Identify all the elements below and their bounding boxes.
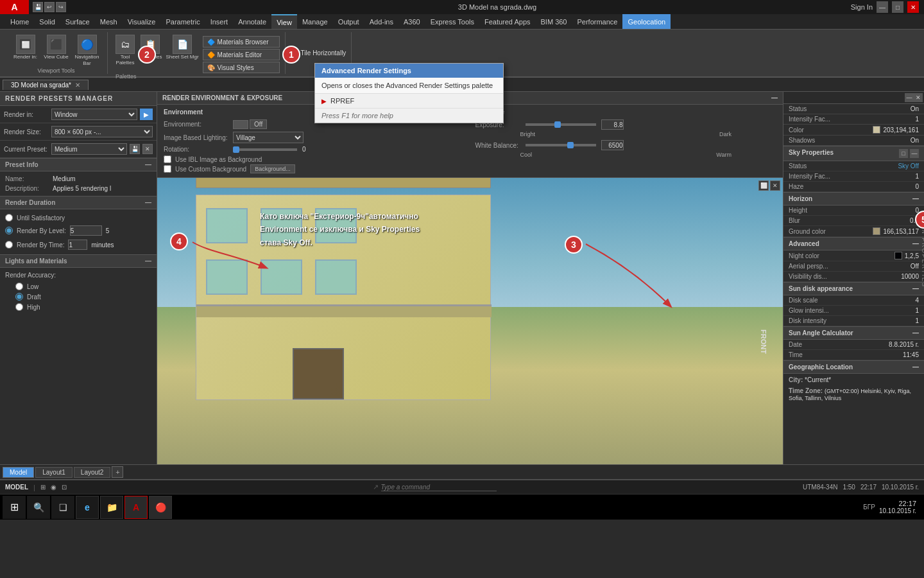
add-tab-btn[interactable]: +	[112, 466, 123, 478]
preset-info-header[interactable]: Preset Info —	[0, 158, 157, 171]
view-cube-btn[interactable]: ⬛ View Cube	[42, 35, 71, 60]
red-app-btn[interactable]: 🔴	[149, 496, 172, 519]
navigation-bar-btn[interactable]: 🔵 Navigation Bar	[73, 35, 101, 66]
dropdown-description: Opens or closes the Advanced Render Sett…	[315, 78, 503, 94]
min-btn[interactable]: —	[877, 1, 888, 13]
disk-intensity-value: 1	[915, 317, 919, 324]
tool-palettes-btn[interactable]: 🗂 ToolPalettes	[116, 35, 135, 66]
quick-redo-btn[interactable]: ↪	[56, 2, 66, 12]
materials-browser-btn[interactable]: 🔷 Materials Browser	[203, 36, 280, 48]
sun-disk-header[interactable]: Sun disk appearance —	[783, 282, 924, 295]
task-view-btn[interactable]: ❑	[51, 496, 74, 519]
tab-featured-apps[interactable]: Featured Apps	[479, 14, 536, 29]
tab-layout1[interactable]: Layout1	[35, 467, 73, 478]
render-by-time-radio[interactable]	[5, 241, 13, 249]
advanced-header[interactable]: Advanced —	[783, 237, 924, 250]
preset-delete-btn[interactable]: ✕	[142, 144, 153, 154]
exposure-value-input[interactable]	[601, 119, 624, 130]
rotation-slider[interactable]	[233, 148, 297, 151]
tab-mesh[interactable]: Mesh	[95, 14, 123, 29]
tab-visualize[interactable]: Visualize	[123, 14, 161, 29]
tab-surface[interactable]: Surface	[60, 14, 95, 29]
status-icon-3[interactable]: ⊡	[62, 484, 67, 491]
sign-in-btn[interactable]: Sign In	[851, 3, 873, 11]
system-tray: БГР 22:17 10.10.2015 г.	[858, 500, 921, 514]
file-explorer-btn[interactable]: 📁	[100, 496, 123, 519]
materials-editor-btn[interactable]: 🔶 Materials Editor	[203, 49, 280, 60]
sun-angle-header[interactable]: Sun Angle Calculator —	[783, 326, 924, 340]
sky-collapse-btn[interactable]: —	[910, 149, 919, 158]
sheet-set-mgr-btn[interactable]: 📄 Sheet Set Mgr	[166, 35, 198, 60]
render-by-level-radio[interactable]	[5, 227, 13, 234]
until-sat-radio[interactable]	[5, 214, 13, 222]
dropdown-header: Advanced Render Settings	[315, 64, 503, 78]
white-balance-value-input[interactable]	[601, 140, 624, 150]
edge-btn[interactable]: e	[76, 496, 99, 519]
blur-label: Blur	[789, 217, 800, 224]
status-icon-1[interactable]: ⊞	[40, 484, 46, 491]
start-btn[interactable]: ⊞	[3, 496, 26, 519]
tab-manage[interactable]: Manage	[297, 14, 333, 29]
status-icon-2[interactable]: ◉	[51, 484, 56, 491]
render-duration-header[interactable]: Render Duration —	[0, 196, 157, 209]
document-tab[interactable]: 3D Model na sgrada* ✕	[3, 80, 89, 90]
preset-save-btn[interactable]: 💾	[130, 144, 140, 154]
command-input[interactable]	[381, 484, 497, 491]
tab-layout2[interactable]: Layout2	[74, 467, 111, 478]
rp-min-btn[interactable]: —	[905, 93, 914, 102]
viewport-restore-btn[interactable]: ⬜	[758, 180, 769, 191]
horizon-header[interactable]: Horizon —	[783, 192, 924, 206]
tab-view[interactable]: View	[271, 14, 297, 29]
max-btn[interactable]: □	[892, 1, 903, 13]
search-btn[interactable]: 🔍	[27, 496, 50, 519]
white-balance-slider[interactable]	[526, 144, 596, 146]
ibl-select[interactable]: Village	[233, 132, 304, 143]
tab-a360[interactable]: A360	[398, 14, 425, 29]
close-btn[interactable]: ✕	[907, 1, 919, 13]
env-panel-collapse[interactable]: —	[771, 94, 778, 101]
tab-addins[interactable]: Add-ins	[364, 14, 398, 29]
tab-insert[interactable]: Insert	[205, 14, 234, 29]
use-ibl-checkbox[interactable]	[164, 155, 171, 163]
env-toggle[interactable]: Off	[233, 119, 267, 129]
geo-header[interactable]: Geographic Location —	[783, 360, 924, 374]
tab-annotate[interactable]: Annotate	[233, 14, 271, 29]
lights-materials-header[interactable]: Lights and Materials —	[0, 254, 157, 268]
render-by-time-label: Render By Time:	[17, 241, 64, 249]
tab-home[interactable]: Home	[5, 14, 34, 29]
left-panel: RENDER PRESETS MANAGER Render in: Window…	[0, 92, 157, 464]
preset-info-collapse[interactable]: —	[145, 161, 151, 168]
render-size-select[interactable]: 800 × 600 px -...	[51, 126, 153, 137]
render-start-btn[interactable]: ▶	[140, 109, 153, 120]
accuracy-high-radio[interactable]	[15, 303, 23, 311]
tab-model[interactable]: Model	[3, 467, 34, 478]
tab-express-tools[interactable]: Express Tools	[425, 14, 479, 29]
exposure-slider[interactable]	[526, 123, 596, 126]
sky-properties-header[interactable]: Sky Properties □ —	[783, 146, 924, 161]
tab-bim360[interactable]: BIM 360	[536, 14, 572, 29]
tab-geolocation[interactable]: Geolocation	[622, 14, 671, 29]
accuracy-low-radio[interactable]	[15, 283, 23, 290]
viewport-close-btn[interactable]: ✕	[770, 180, 780, 191]
dropdown-rpref[interactable]: ▶ RPREF	[315, 94, 503, 108]
background-btn[interactable]: Background...	[250, 164, 295, 173]
current-preset-select[interactable]: Medium	[51, 143, 127, 155]
tab-performance[interactable]: Performance	[572, 14, 622, 29]
autocad-taskbar-btn[interactable]: A	[124, 496, 148, 519]
tab-parametric[interactable]: Parametric	[160, 14, 205, 29]
warm-label: Warm	[716, 152, 732, 158]
use-custom-checkbox[interactable]	[164, 165, 171, 173]
quick-save-btn[interactable]: 💾	[33, 2, 43, 12]
visual-styles-btn[interactable]: 🎨 Visual Styles	[203, 62, 280, 73]
tab-output[interactable]: Output	[333, 14, 364, 29]
advanced-section: Advanced — Night color 1,2,5 Aerial pers…	[783, 237, 924, 282]
render-by-time-input[interactable]	[68, 240, 87, 250]
render-in-select[interactable]: Window	[51, 109, 137, 120]
tab-solid[interactable]: Solid	[34, 14, 60, 29]
accuracy-draft-radio[interactable]	[15, 293, 23, 301]
render-by-level-input[interactable]	[70, 225, 102, 236]
rp-close-btn[interactable]: ✕	[914, 93, 923, 102]
sky-expand-btn[interactable]: □	[899, 149, 908, 158]
quick-undo-btn[interactable]: ↩	[44, 2, 55, 12]
ucs-icon-btn[interactable]: 🔲 Render in:	[12, 35, 40, 60]
